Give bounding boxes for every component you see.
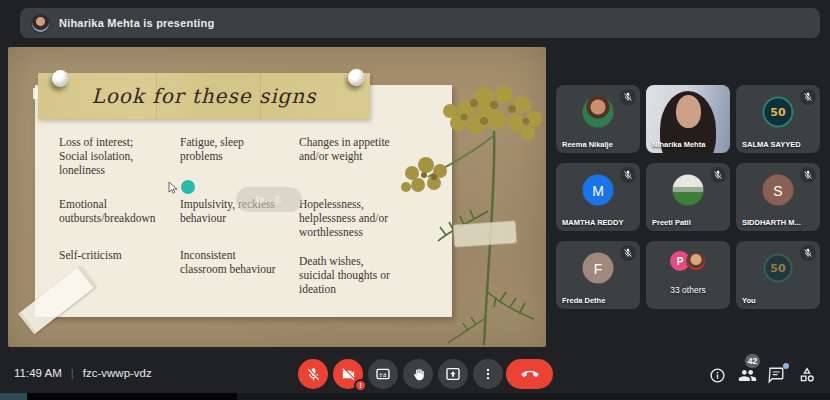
mic-muted-icon [620, 245, 636, 261]
participant-name: SIDDHARTH M... [742, 218, 801, 227]
clock-time: 11:49 AM [14, 367, 62, 379]
end-call-icon [521, 365, 539, 383]
mic-off-faint-icon [273, 195, 283, 205]
activities-button[interactable] [795, 363, 819, 387]
meet-window: Niharika Mehta is presenting Look for th… [0, 0, 830, 400]
participant-name: You [742, 296, 756, 305]
chat-icon [767, 366, 785, 384]
slide-text: Inconsistent classroom behaviour [180, 248, 296, 276]
activities-icon [798, 366, 816, 384]
participant-name: SALMA SAYYED [742, 140, 801, 149]
presenting-banner: Niharika Mehta is presenting [20, 8, 820, 38]
mic-muted-icon [800, 245, 816, 261]
participant-name: Freda Dethe [562, 296, 605, 305]
captions-button[interactable] [368, 359, 398, 389]
more-options-button[interactable] [473, 359, 503, 389]
present-screen-icon [445, 366, 461, 382]
meeting-details-button[interactable] [705, 363, 729, 387]
participant-name: MAMTHA REDDY [562, 218, 623, 227]
pushpin-icon [52, 70, 69, 87]
slide-text: Loss of interest; Social isolation, lone… [59, 135, 171, 177]
avatar-photo [673, 175, 704, 206]
slide-title: Look for these signs [91, 84, 316, 108]
slide-text: Fatigue, sleep problems [180, 135, 296, 163]
participant-name: Reema Nikalje [562, 140, 613, 149]
participant-tile[interactable]: M MAMTHA REDDY [556, 163, 640, 231]
video-person-face [676, 95, 701, 128]
people-icon [738, 366, 757, 385]
slide-text: Emotional outbursts/breakdown [59, 197, 171, 225]
laser-pointer-dot [181, 180, 195, 194]
chat-notification-dot [783, 363, 789, 369]
participant-tile[interactable]: 50 SALMA SAYYED [736, 85, 820, 153]
participant-tile[interactable]: Preeti Patil [646, 163, 730, 231]
avatar-photo [686, 251, 706, 271]
participant-tile[interactable]: F Freda Dethe [556, 241, 640, 309]
people-panel-button[interactable]: 42 [735, 363, 759, 387]
mic-off-icon [306, 367, 321, 382]
bottom-os-strip [0, 393, 830, 400]
camera-off-faint-icon [255, 195, 265, 205]
participant-count-badge: 42 [745, 354, 760, 368]
info-icon [709, 367, 726, 384]
taskbar-fragment [27, 393, 237, 400]
raise-hand-icon [411, 367, 426, 382]
statusbar: 11:49 AM | fzc-vwwp-vdz [14, 367, 152, 379]
stacked-avatars: P [646, 251, 730, 271]
more-options-icon [481, 367, 495, 381]
participant-tile-others[interactable]: P 33 others [646, 241, 730, 309]
camera-off-icon [341, 367, 356, 382]
chat-panel-button[interactable] [764, 363, 788, 387]
participant-tile[interactable]: S SIDDHARTH M... [736, 163, 820, 231]
captions-icon [375, 366, 391, 382]
mic-muted-icon [800, 167, 816, 183]
mic-muted-icon [800, 89, 816, 105]
camera-toggle-button[interactable]: ! [333, 359, 363, 389]
participant-tile[interactable]: Reema Nikalje [556, 85, 640, 153]
slide-text: Self-criticism [59, 248, 171, 262]
taskbar-fragment [0, 393, 27, 400]
present-screen-button[interactable] [438, 359, 468, 389]
leave-call-button[interactable] [506, 359, 553, 389]
presenter-avatar [32, 15, 49, 32]
mic-muted-icon [620, 167, 636, 183]
avatar [583, 97, 614, 128]
avatar-logo: 50 [763, 97, 794, 128]
mic-muted-icon [620, 89, 636, 105]
avatar-initial: M [583, 175, 614, 206]
presenting-banner-text: Niharika Mehta is presenting [59, 17, 214, 29]
fading-overlay-toast [236, 187, 302, 212]
mic-toggle-button[interactable] [298, 359, 328, 389]
others-count-label: 33 others [646, 285, 730, 295]
participant-tile-you[interactable]: 50 You [736, 241, 820, 309]
meeting-code: fzc-vwwp-vdz [83, 367, 152, 379]
participant-name: Niharika Mehta [652, 140, 705, 149]
avatar-initial: S [763, 175, 794, 206]
participant-tile-video[interactable]: Niharika Mehta [646, 85, 730, 153]
pushpin-icon [348, 69, 365, 86]
avatar-logo: 50 [764, 254, 793, 283]
slide-title-banner: Look for these signs [38, 73, 370, 119]
camera-error-badge: ! [354, 379, 367, 392]
avatar-initial: F [583, 253, 614, 284]
participant-name: Preeti Patil [652, 218, 691, 227]
raise-hand-button[interactable] [403, 359, 433, 389]
presented-slide: Look for these signs Loss of interest; S… [8, 47, 546, 347]
dried-flower-decoration [376, 61, 546, 347]
divider: | [71, 367, 74, 379]
mic-muted-icon [710, 167, 726, 183]
mouse-cursor-icon [168, 181, 178, 194]
